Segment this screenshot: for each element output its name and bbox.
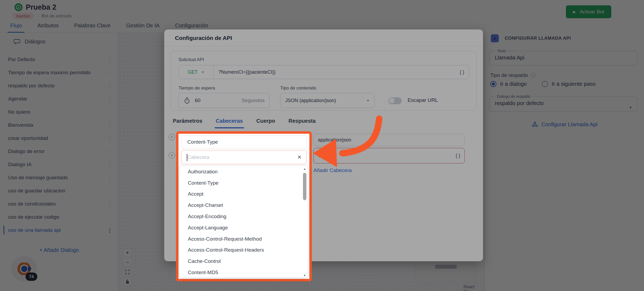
header-row1-key-field[interactable]: Content-Type bbox=[181, 136, 307, 148]
dropdown-scrollbar: ▲ ▼ bbox=[302, 167, 307, 277]
suggestion-item[interactable]: Content-Type bbox=[180, 177, 308, 189]
suggestion-item[interactable]: Content-MD5 bbox=[180, 267, 308, 278]
header-suggestions-dropdown: Authorization Content-Type Accept Accept… bbox=[180, 166, 308, 278]
scroll-down-arrow[interactable]: ▼ bbox=[302, 274, 307, 277]
suggestion-item[interactable]: Access-Control-Request-Headers bbox=[180, 245, 308, 256]
suggestion-item[interactable]: Accept-Encoding bbox=[180, 211, 308, 222]
app-root: Prueba 2 Inactivo · Bot de entrada ▶ Act… bbox=[0, 0, 644, 291]
suggestion-item[interactable]: Access-Control-Request-Method bbox=[180, 233, 308, 245]
suggestion-item[interactable]: Cache-Control bbox=[180, 256, 308, 267]
suggestion-item[interactable]: Authorization bbox=[180, 166, 308, 177]
text-cursor bbox=[187, 154, 187, 161]
suggestion-item[interactable]: Accept-Charset bbox=[180, 200, 308, 211]
tour-highlight-box: Content-Type ✕ Authorization Content-Typ… bbox=[176, 131, 312, 281]
suggestion-item[interactable]: Accept bbox=[180, 189, 308, 200]
header-key-input-wrap: ✕ bbox=[181, 150, 307, 164]
suggestion-item[interactable]: Accept-Language bbox=[180, 222, 308, 233]
tour-arrow bbox=[303, 110, 391, 183]
header-key-input[interactable] bbox=[181, 154, 292, 160]
